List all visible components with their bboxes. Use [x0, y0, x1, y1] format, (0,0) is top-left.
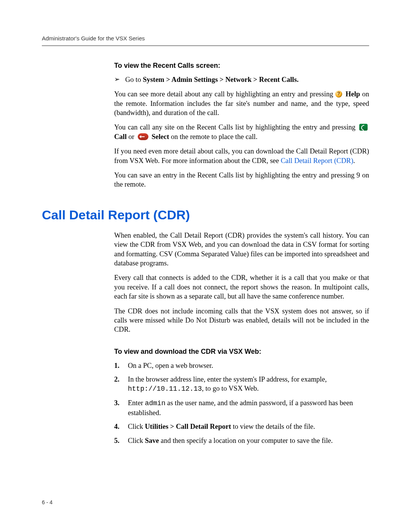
text: You can see more detail about any call b…	[114, 90, 335, 98]
step-body: On a PC, open a web browser.	[128, 361, 213, 370]
running-header: Administrator's Guide for the VSX Series	[42, 35, 369, 42]
text: and then specify a location on your comp…	[159, 437, 333, 444]
step-number: 5.	[114, 436, 123, 445]
body-column: To view the Recent Calls screen: ➢ Go to…	[114, 61, 369, 189]
call-icon	[359, 124, 368, 131]
para-cdr-exclusions: The CDR does not include incoming calls …	[114, 307, 369, 334]
help-icon	[335, 91, 342, 97]
subhead-recent-calls: To view the Recent Calls screen:	[114, 61, 369, 70]
step-item: 4. Click Utilities > Call Detail Report …	[114, 422, 369, 431]
select-icon	[138, 133, 148, 140]
para-save-entry: You can save an entry in the Recent Call…	[114, 171, 369, 189]
text: You can call any site on the Recent Call…	[114, 123, 358, 131]
nav-path-bold: System > Admin Settings > Network > Rece…	[143, 76, 298, 83]
step-number: 4.	[114, 422, 123, 431]
step-number: 1.	[114, 361, 123, 370]
text: Click	[128, 437, 145, 444]
document-page: Administrator's Guide for the VSX Series…	[0, 0, 411, 532]
bullet-nav-path: ➢ Go to System > Admin Settings > Networ…	[114, 75, 369, 84]
step-body: Click Save and then specify a location o…	[128, 436, 333, 445]
step-item: 5. Click Save and then specify a locatio…	[114, 436, 369, 445]
call-label: Call	[114, 133, 127, 141]
para-call-site: You can call any site on the Recent Call…	[114, 123, 369, 141]
arrow-icon: ➢	[114, 75, 120, 84]
para-cdr-every-call: Every call that connects is added to the…	[114, 273, 369, 301]
help-label: Help	[346, 90, 360, 98]
step-body: In the browser address line, enter the s…	[128, 375, 369, 394]
link-cdr[interactable]: Call Detail Report (CDR)	[281, 157, 354, 165]
para-cdr-link: If you need even more detail about calls…	[114, 147, 369, 165]
header-rule	[42, 45, 369, 46]
page-number: 6 - 4	[42, 499, 53, 505]
text: , to go to VSX Web.	[202, 385, 258, 392]
para-help-detail: You can see more detail about any call b…	[114, 89, 369, 117]
step-number: 3.	[114, 398, 123, 417]
text: Click	[128, 423, 145, 430]
subhead-download-cdr: To view and download the CDR via VSX Web…	[114, 347, 369, 356]
bullet-pre: Go to	[125, 76, 143, 83]
bullet-text: Go to System > Admin Settings > Network …	[125, 75, 299, 84]
ip-address-code: http://10.11.12.13	[128, 385, 202, 393]
heading-cdr: Call Detail Report (CDR)	[42, 208, 369, 222]
text: In the browser address line, enter the s…	[128, 375, 327, 383]
body-column-2: When enabled, the Call Detail Report (CD…	[114, 231, 369, 445]
text: .	[353, 157, 355, 165]
text: or	[129, 133, 136, 141]
text: Enter	[128, 399, 145, 407]
step-body: Enter admin as the user name, and the ad…	[128, 398, 369, 417]
select-label: Select	[151, 133, 169, 141]
step-item: 3. Enter admin as the user name, and the…	[114, 398, 369, 417]
step-number: 2.	[114, 375, 123, 394]
text: on the remote to place the call.	[171, 133, 258, 141]
step-item: 1. On a PC, open a web browser.	[114, 361, 369, 370]
steps-list: 1. On a PC, open a web browser. 2. In th…	[114, 361, 369, 446]
step-body: Click Utilities > Call Detail Report to …	[128, 422, 315, 431]
text: to view the details of the file.	[231, 423, 315, 430]
utilities-path-bold: Utilities > Call Detail Report	[145, 423, 231, 430]
save-bold: Save	[145, 437, 159, 444]
para-cdr-intro: When enabled, the Call Detail Report (CD…	[114, 231, 369, 268]
step-item: 2. In the browser address line, enter th…	[114, 375, 369, 394]
admin-code: admin	[145, 399, 166, 407]
